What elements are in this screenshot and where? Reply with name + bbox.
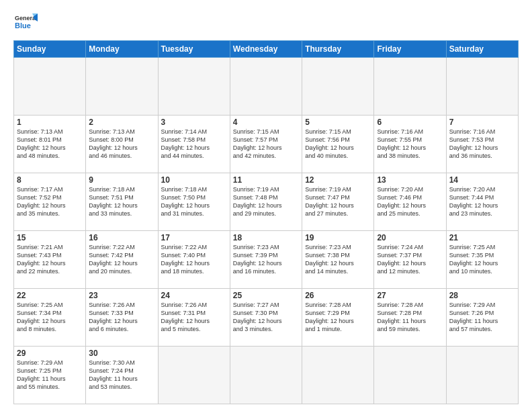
calendar-week-row: 15Sunrise: 7:21 AMSunset: 7:43 PMDayligh… <box>14 231 519 289</box>
calendar-day-cell: 6Sunrise: 7:16 AMSunset: 7:55 PMDaylight… <box>374 116 446 173</box>
svg-text:Blue: Blue <box>15 21 31 30</box>
calendar-day-cell: 5Sunrise: 7:15 AMSunset: 7:56 PMDaylight… <box>302 116 374 173</box>
col-thursday: Thursday <box>302 41 374 58</box>
day-number: 18 <box>233 233 299 242</box>
day-info: Sunrise: 7:15 AMSunset: 7:56 PMDaylight:… <box>305 128 371 161</box>
calendar-week-row: 8Sunrise: 7:17 AMSunset: 7:52 PMDaylight… <box>14 173 519 231</box>
day-info: Sunrise: 7:29 AMSunset: 7:25 PMDaylight:… <box>17 359 83 392</box>
calendar-day-cell: 19Sunrise: 7:23 AMSunset: 7:38 PMDayligh… <box>302 231 374 289</box>
day-number: 16 <box>89 233 154 242</box>
calendar-day-cell: 2Sunrise: 7:13 AMSunset: 8:00 PMDaylight… <box>86 116 158 173</box>
day-number: 12 <box>305 175 371 185</box>
day-info: Sunrise: 7:26 AMSunset: 7:33 PMDaylight:… <box>89 301 154 334</box>
calendar-day-cell <box>302 347 374 404</box>
day-number: 23 <box>89 291 154 300</box>
calendar-day-cell: 3Sunrise: 7:14 AMSunset: 7:58 PMDaylight… <box>158 116 230 173</box>
header: General Blue <box>13 11 519 35</box>
calendar-day-cell: 4Sunrise: 7:15 AMSunset: 7:57 PMDaylight… <box>230 116 302 173</box>
day-number: 28 <box>449 291 515 300</box>
calendar-day-cell: 24Sunrise: 7:26 AMSunset: 7:31 PMDayligh… <box>158 289 230 347</box>
calendar-day-cell: 30Sunrise: 7:30 AMSunset: 7:24 PMDayligh… <box>86 347 158 404</box>
calendar-day-cell: 9Sunrise: 7:18 AMSunset: 7:51 PMDaylight… <box>86 173 158 231</box>
day-info: Sunrise: 7:18 AMSunset: 7:50 PMDaylight:… <box>161 185 227 218</box>
day-number: 29 <box>17 349 83 358</box>
calendar-day-cell <box>158 347 230 404</box>
day-number: 2 <box>89 118 154 127</box>
day-number: 30 <box>89 349 154 358</box>
day-info: Sunrise: 7:28 AMSunset: 7:29 PMDaylight:… <box>305 301 371 334</box>
day-info: Sunrise: 7:19 AMSunset: 7:48 PMDaylight:… <box>233 185 299 218</box>
calendar-day-cell: 20Sunrise: 7:24 AMSunset: 7:37 PMDayligh… <box>374 231 446 289</box>
day-number: 14 <box>449 175 515 185</box>
calendar-day-cell <box>374 347 446 404</box>
day-info: Sunrise: 7:14 AMSunset: 7:58 PMDaylight:… <box>161 128 227 161</box>
day-info: Sunrise: 7:24 AMSunset: 7:37 PMDaylight:… <box>377 243 443 276</box>
day-info: Sunrise: 7:19 AMSunset: 7:47 PMDaylight:… <box>305 185 371 218</box>
calendar-day-cell: 11Sunrise: 7:19 AMSunset: 7:48 PMDayligh… <box>230 173 302 231</box>
day-number: 3 <box>161 118 227 127</box>
day-info: Sunrise: 7:22 AMSunset: 7:42 PMDaylight:… <box>89 243 154 276</box>
logo: General Blue <box>13 11 38 35</box>
calendar-day-cell <box>230 347 302 404</box>
calendar-header-row: Sunday Monday Tuesday Wednesday Thursday… <box>14 41 519 58</box>
day-number: 9 <box>89 175 154 185</box>
calendar-day-cell: 1Sunrise: 7:13 AMSunset: 8:01 PMDaylight… <box>14 116 86 173</box>
day-number: 25 <box>233 291 299 300</box>
page: General Blue Sunday Monday Tuesday Wedne… <box>0 0 532 411</box>
day-number: 26 <box>305 291 371 300</box>
day-number: 17 <box>161 233 227 242</box>
col-tuesday: Tuesday <box>158 41 230 58</box>
day-info: Sunrise: 7:23 AMSunset: 7:38 PMDaylight:… <box>305 243 371 276</box>
day-number: 4 <box>233 118 299 127</box>
day-number: 6 <box>377 118 443 127</box>
calendar-day-cell: 10Sunrise: 7:18 AMSunset: 7:50 PMDayligh… <box>158 173 230 231</box>
day-info: Sunrise: 7:15 AMSunset: 7:57 PMDaylight:… <box>233 128 299 161</box>
calendar-day-cell <box>446 347 518 404</box>
calendar-day-cell: 28Sunrise: 7:29 AMSunset: 7:26 PMDayligh… <box>446 289 518 347</box>
logo-svg: General Blue <box>13 11 38 35</box>
calendar-day-cell <box>446 58 518 116</box>
day-info: Sunrise: 7:16 AMSunset: 7:55 PMDaylight:… <box>377 128 443 161</box>
calendar-day-cell: 22Sunrise: 7:25 AMSunset: 7:34 PMDayligh… <box>14 289 86 347</box>
calendar-day-cell <box>86 58 158 116</box>
calendar-day-cell: 26Sunrise: 7:28 AMSunset: 7:29 PMDayligh… <box>302 289 374 347</box>
day-info: Sunrise: 7:20 AMSunset: 7:46 PMDaylight:… <box>377 185 443 218</box>
col-friday: Friday <box>374 41 446 58</box>
calendar-day-cell <box>302 58 374 116</box>
day-number: 27 <box>377 291 443 300</box>
calendar-week-row: 29Sunrise: 7:29 AMSunset: 7:25 PMDayligh… <box>14 347 519 404</box>
day-info: Sunrise: 7:27 AMSunset: 7:30 PMDaylight:… <box>233 301 299 334</box>
calendar-day-cell: 8Sunrise: 7:17 AMSunset: 7:52 PMDaylight… <box>14 173 86 231</box>
day-number: 20 <box>377 233 443 242</box>
day-info: Sunrise: 7:13 AMSunset: 8:01 PMDaylight:… <box>17 128 83 161</box>
calendar-day-cell <box>14 58 86 116</box>
calendar-day-cell <box>158 58 230 116</box>
calendar-day-cell: 7Sunrise: 7:16 AMSunset: 7:53 PMDaylight… <box>446 116 518 173</box>
col-monday: Monday <box>86 41 158 58</box>
day-number: 1 <box>17 118 83 127</box>
day-info: Sunrise: 7:16 AMSunset: 7:53 PMDaylight:… <box>449 128 515 161</box>
day-number: 15 <box>17 233 83 242</box>
day-info: Sunrise: 7:22 AMSunset: 7:40 PMDaylight:… <box>161 243 227 276</box>
day-info: Sunrise: 7:17 AMSunset: 7:52 PMDaylight:… <box>17 185 83 218</box>
day-number: 7 <box>449 118 515 127</box>
col-sunday: Sunday <box>14 41 86 58</box>
calendar: Sunday Monday Tuesday Wednesday Thursday… <box>13 40 519 404</box>
day-number: 5 <box>305 118 371 127</box>
day-info: Sunrise: 7:30 AMSunset: 7:24 PMDaylight:… <box>89 359 154 392</box>
day-number: 13 <box>377 175 443 185</box>
calendar-day-cell <box>230 58 302 116</box>
calendar-day-cell: 14Sunrise: 7:20 AMSunset: 7:44 PMDayligh… <box>446 173 518 231</box>
calendar-week-row: 1Sunrise: 7:13 AMSunset: 8:01 PMDaylight… <box>14 116 519 173</box>
day-number: 8 <box>17 175 83 185</box>
calendar-day-cell: 25Sunrise: 7:27 AMSunset: 7:30 PMDayligh… <box>230 289 302 347</box>
calendar-day-cell: 23Sunrise: 7:26 AMSunset: 7:33 PMDayligh… <box>86 289 158 347</box>
calendar-day-cell: 21Sunrise: 7:25 AMSunset: 7:35 PMDayligh… <box>446 231 518 289</box>
day-info: Sunrise: 7:20 AMSunset: 7:44 PMDaylight:… <box>449 185 515 218</box>
day-info: Sunrise: 7:23 AMSunset: 7:39 PMDaylight:… <box>233 243 299 276</box>
day-info: Sunrise: 7:21 AMSunset: 7:43 PMDaylight:… <box>17 243 83 276</box>
calendar-day-cell: 15Sunrise: 7:21 AMSunset: 7:43 PMDayligh… <box>14 231 86 289</box>
col-wednesday: Wednesday <box>230 41 302 58</box>
day-info: Sunrise: 7:29 AMSunset: 7:26 PMDaylight:… <box>449 301 515 334</box>
calendar-week-row <box>14 58 519 116</box>
